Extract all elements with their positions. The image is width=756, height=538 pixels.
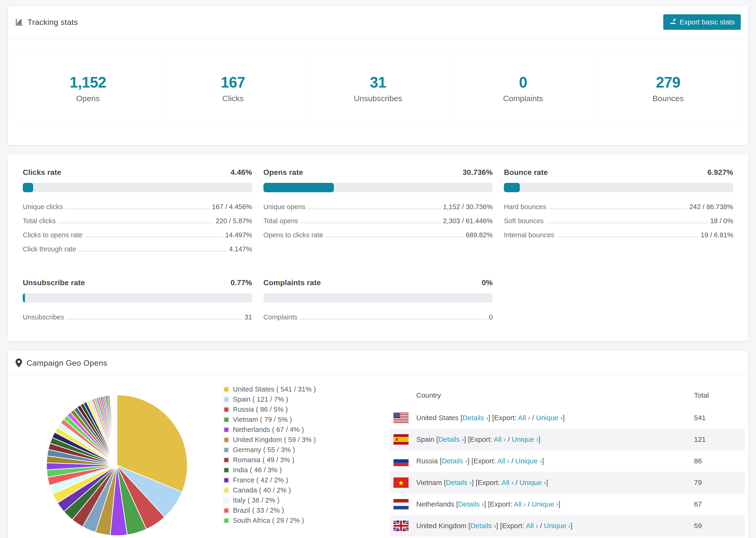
export-all-link[interactable]: All › bbox=[514, 500, 526, 508]
campaign-geo-opens-card: Campaign Geo Opens United States ( 541 /… bbox=[8, 350, 748, 538]
rate-detail-row: Total clicks 220 / 5.87% bbox=[23, 217, 252, 225]
geo-header: Campaign Geo Opens bbox=[8, 351, 748, 376]
dotted-leader bbox=[546, 223, 708, 223]
legend-item[interactable]: South Africa ( 29 / 2% ) bbox=[223, 515, 316, 525]
export-basic-stats-button[interactable]: Export basic stats bbox=[663, 14, 741, 30]
legend-color-swatch bbox=[223, 386, 229, 393]
tracking-stats-card: Tracking stats Export basic stats 1,152 … bbox=[8, 6, 748, 145]
rate-detail-label: Total clicks bbox=[23, 217, 56, 225]
geo-table-row: United States [Details ›] [Export: All ›… bbox=[390, 407, 745, 429]
rate-detail-label: Opens to clicks rate bbox=[263, 231, 323, 239]
geo-table-header: Country Total bbox=[390, 384, 745, 407]
rate-block-3: Unsubscribe rate 0.77% Unsubscribes 31 bbox=[23, 278, 252, 321]
legend-color-swatch bbox=[223, 467, 229, 473]
dotted-leader bbox=[325, 237, 463, 237]
rate-block-0: Clicks rate 4.46% Unique clicks 167 / 4.… bbox=[23, 168, 252, 253]
legend-label: South Africa ( 29 / 2% ) bbox=[233, 517, 304, 524]
rate-detail-label: Hard bounces bbox=[504, 203, 546, 211]
export-all-link[interactable]: All › bbox=[494, 435, 506, 443]
rate-detail-label: Total opens bbox=[263, 217, 298, 225]
progress-bar-fill bbox=[23, 293, 25, 302]
country-total: 121 bbox=[694, 435, 745, 443]
details-link[interactable]: Details › bbox=[442, 457, 467, 465]
legend-item[interactable]: Canada ( 40 / 2% ) bbox=[223, 485, 316, 495]
dotted-leader bbox=[300, 223, 441, 223]
flag-vn-icon bbox=[394, 477, 408, 488]
dotted-leader bbox=[300, 319, 486, 319]
legend-item[interactable]: Vietnam ( 79 / 5% ) bbox=[223, 414, 316, 425]
legend-item[interactable]: India ( 46 / 3% ) bbox=[223, 465, 316, 475]
legend-item[interactable]: Spain ( 121 / 7% ) bbox=[223, 394, 316, 404]
export-icon bbox=[669, 18, 676, 27]
legend-color-swatch bbox=[223, 477, 229, 483]
export-unique-link[interactable]: Unique › bbox=[512, 435, 538, 443]
rate-detail-label: Unique clicks bbox=[23, 203, 63, 211]
rate-detail-row: Unique opens 1,152 / 30.736% bbox=[263, 203, 493, 211]
export-all-link[interactable]: All › bbox=[518, 414, 530, 422]
legend-color-swatch bbox=[223, 427, 229, 433]
details-link[interactable]: Details › bbox=[470, 522, 496, 529]
export-unique-link[interactable]: Unique › bbox=[515, 457, 542, 465]
stat-box-complaints: 0 Complaints bbox=[450, 51, 596, 124]
rate-detail-label: Soft bounces bbox=[504, 217, 544, 225]
legend-item[interactable]: United States ( 541 / 31% ) bbox=[223, 384, 316, 394]
export-unique-link[interactable]: Unique › bbox=[536, 414, 563, 422]
export-all-link[interactable]: All › bbox=[502, 479, 514, 486]
details-link[interactable]: Details › bbox=[462, 414, 488, 422]
geo-opens-pie-chart[interactable] bbox=[42, 390, 192, 538]
legend-item[interactable]: Germany ( 55 / 3% ) bbox=[223, 445, 316, 455]
geo-table-row: Russia [Details ›] [Export: All › / Uniq… bbox=[390, 450, 745, 472]
tracking-stats-body: 1,152 Opens 167 Clicks 31 Unsubscribes 0… bbox=[8, 39, 748, 145]
rate-detail-row: Complaints 0 bbox=[263, 313, 493, 321]
rate-detail-label: Unique opens bbox=[263, 203, 305, 211]
pie-slice[interactable] bbox=[117, 395, 117, 465]
legend-item[interactable]: France ( 42 / 2% ) bbox=[223, 475, 316, 485]
rate-block-1: Opens rate 30.736% Unique opens 1,152 / … bbox=[263, 168, 493, 253]
map-pin-icon bbox=[15, 358, 22, 367]
export-unique-link[interactable]: Unique › bbox=[544, 522, 570, 529]
country-total: 86 bbox=[694, 457, 745, 465]
legend-item[interactable]: United Kingdom ( 59 / 3% ) bbox=[223, 435, 316, 445]
legend-label: France ( 42 / 2% ) bbox=[233, 476, 288, 484]
legend-color-swatch bbox=[223, 447, 229, 453]
legend-item[interactable]: Russia ( 86 / 5% ) bbox=[223, 404, 316, 414]
legend-label: Spain ( 121 / 7% ) bbox=[233, 396, 288, 403]
export-unique-link[interactable]: Unique › bbox=[519, 479, 546, 486]
legend-item[interactable]: Netherlands ( 67 / 4% ) bbox=[223, 425, 316, 435]
legend-item[interactable]: Romania ( 49 / 3% ) bbox=[223, 455, 316, 465]
export-all-link[interactable]: All › bbox=[526, 522, 538, 529]
legend-color-swatch bbox=[223, 517, 229, 524]
geo-table-row: United Kingdom [Details ›] [Export: All … bbox=[390, 515, 745, 537]
rate-detail-row: Unique clicks 167 / 4.456% bbox=[23, 203, 252, 211]
details-link[interactable]: Details › bbox=[438, 435, 464, 443]
legend-item[interactable]: Italy ( 36 / 2% ) bbox=[223, 495, 316, 506]
geo-table-row: Netherlands [Details ›] [Export: All › /… bbox=[390, 493, 745, 515]
stat-box-bounces: 279 Bounces bbox=[595, 51, 741, 124]
dotted-leader bbox=[79, 251, 227, 251]
dotted-leader bbox=[58, 223, 213, 223]
rate-detail-value: 220 / 5.87% bbox=[216, 217, 252, 225]
country-name: United Kingdom bbox=[416, 522, 466, 529]
column-header-country: Country bbox=[390, 391, 694, 399]
geo-table-row: Spain [Details ›] [Export: All › / Uniqu… bbox=[390, 429, 745, 450]
details-link[interactable]: Details › bbox=[458, 500, 484, 508]
column-header-total: Total bbox=[694, 391, 745, 399]
details-link[interactable]: Details › bbox=[446, 479, 472, 486]
geo-table: Country Total United States [Details ›] … bbox=[390, 384, 745, 538]
flag-es-icon bbox=[394, 434, 408, 445]
legend-label: Netherlands ( 67 / 4% ) bbox=[233, 426, 304, 434]
export-unique-link[interactable]: Unique › bbox=[532, 500, 558, 508]
dotted-leader bbox=[85, 237, 223, 237]
rate-title: Complaints rate bbox=[263, 278, 321, 287]
stat-value: 0 bbox=[451, 74, 595, 91]
legend-item[interactable]: Brazil ( 33 / 2% ) bbox=[223, 506, 316, 515]
rate-title: Unsubscribe rate bbox=[23, 278, 85, 287]
geo-table-row: Germany [Details ›] [Export: All › / Uni… bbox=[390, 537, 745, 538]
rate-value: 6.927% bbox=[707, 168, 733, 177]
legend-label: Romania ( 49 / 3% ) bbox=[233, 456, 295, 464]
rate-detail-label: Unsubscribes bbox=[23, 313, 64, 321]
legend-label: Vietnam ( 79 / 5% ) bbox=[233, 416, 292, 423]
export-all-link[interactable]: All › bbox=[497, 457, 510, 465]
flag-nl-icon bbox=[394, 499, 408, 510]
rate-detail-row: Hard bounces 242 / 86.738% bbox=[504, 203, 733, 211]
